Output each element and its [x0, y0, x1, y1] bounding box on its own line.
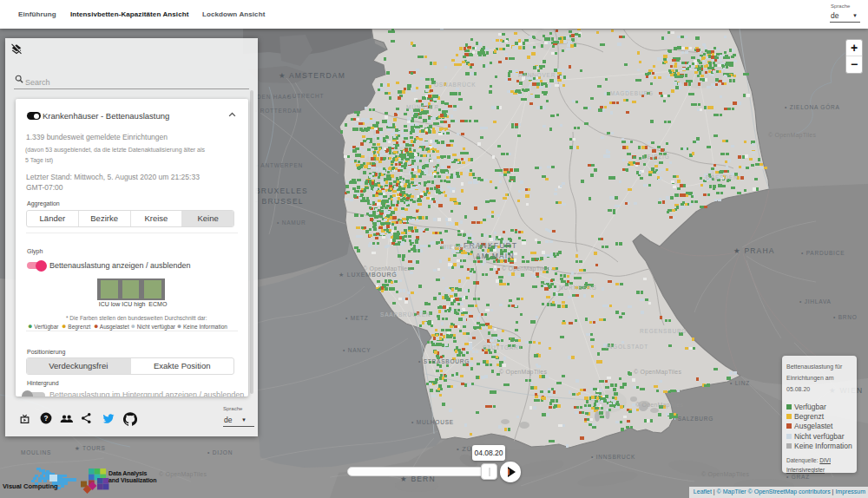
svg-text:?: ? [44, 415, 49, 423]
